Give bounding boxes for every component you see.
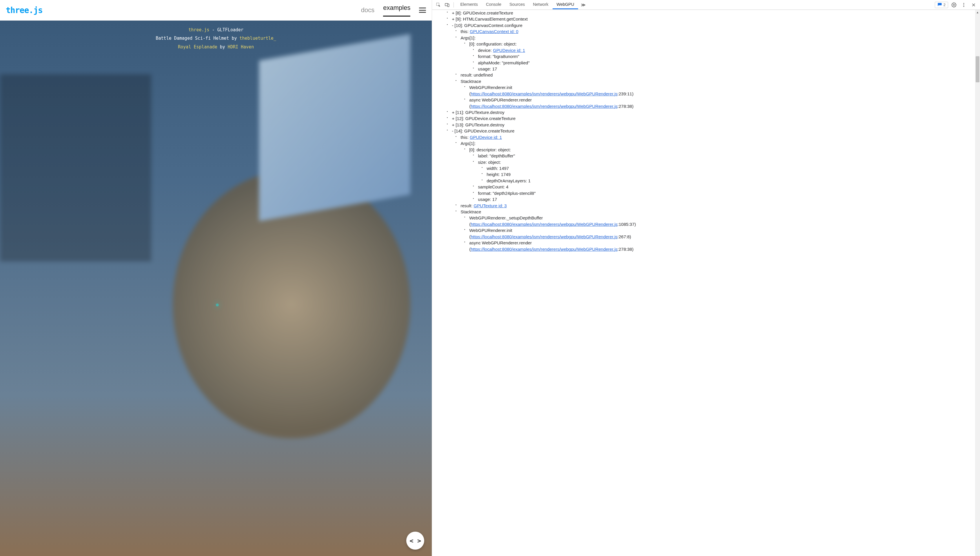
source-link[interactable]: https://localhost:8080/examples/jsm/rend… bbox=[471, 104, 617, 109]
svg-point-4 bbox=[964, 3, 964, 4]
info-text: - GLTFLoader bbox=[210, 27, 243, 32]
scroll-up-icon[interactable]: ▲ bbox=[975, 10, 980, 15]
trace-result: result: undefined bbox=[461, 72, 973, 78]
kebab-menu-icon[interactable] bbox=[960, 1, 968, 9]
trace-kv: height: 1749 bbox=[487, 171, 973, 178]
hamburger-icon[interactable] bbox=[419, 8, 426, 13]
devtools-tabs: Elements Console Sources Network WebGPU bbox=[456, 0, 578, 9]
trace-kv: size: object: width: 1497 height: 1749 d… bbox=[478, 159, 973, 184]
tab-console[interactable]: Console bbox=[482, 0, 505, 9]
info-text: Battle Damaged Sci-fi Helmet by bbox=[156, 36, 240, 41]
threejs-page: three.js docs examples three.js - GLTFLo… bbox=[0, 0, 432, 556]
trace-kv: format: "depth24plus-stencil8" bbox=[478, 190, 973, 196]
tab-network[interactable]: Network bbox=[529, 0, 552, 9]
trace-kv: usage: 17 bbox=[478, 66, 973, 72]
trace-kv: format: "bgra8unorm" bbox=[478, 53, 973, 60]
device-toolbar-icon[interactable] bbox=[443, 1, 451, 9]
source-link[interactable]: https://localhost:8080/examples/jsm/rend… bbox=[471, 222, 617, 227]
trace-row[interactable]: - [14]: GPUDevice.createTexture this: GP… bbox=[452, 128, 973, 252]
more-tabs-icon[interactable]: ≫ bbox=[579, 1, 588, 9]
trace-kv: width: 1497 bbox=[487, 165, 973, 171]
stack-frame: async WebGPURenderer.render(https://loca… bbox=[469, 240, 973, 252]
gpu-object-link[interactable]: GPUTexture id: 3 bbox=[474, 203, 506, 208]
stack-frame: async WebGPURenderer.render(https://loca… bbox=[469, 97, 973, 109]
trace-row[interactable]: + [8]: GPUDevice.createTexture bbox=[452, 10, 973, 16]
trace-kv: alphaMode: "premultiplied" bbox=[478, 60, 973, 66]
trace-this: this: GPUDevice id: 1 bbox=[461, 134, 973, 140]
trace-arg: [0]: descriptor: object: label: "depthBu… bbox=[469, 147, 973, 203]
logo[interactable]: three.js bbox=[6, 5, 43, 15]
nav: docs examples bbox=[361, 4, 426, 16]
trace-result: result: GPUTexture id: 3 bbox=[461, 203, 973, 209]
svg-point-5 bbox=[964, 4, 964, 5]
stack-frame: WebGPURenderer.init(https://localhost:80… bbox=[469, 84, 973, 97]
tab-webgpu[interactable]: WebGPU bbox=[553, 0, 579, 9]
source-link[interactable]: https://localhost:8080/examples/jsm/rend… bbox=[471, 234, 617, 239]
info-text: by bbox=[217, 44, 228, 50]
info-overlay: three.js - GLTFLoader Battle Damaged Sci… bbox=[156, 26, 276, 51]
trace-kv: sampleCount: 4 bbox=[478, 184, 973, 190]
trace-row[interactable]: + [13]: GPUTexture.destroy bbox=[452, 122, 973, 128]
trace-args: Args[1]: [0]: configuration: object: dev… bbox=[461, 35, 973, 72]
issues-count: 2 bbox=[943, 3, 946, 7]
page-header: three.js docs examples bbox=[0, 0, 432, 21]
gpu-object-link[interactable]: GPUDevice id: 1 bbox=[470, 135, 502, 140]
trace-kv: usage: 17 bbox=[478, 196, 973, 202]
info-link-hdri[interactable]: Royal Esplanade bbox=[178, 44, 217, 50]
trace-arg: [0]: configuration: object: device: GPUD… bbox=[469, 41, 973, 72]
svg-point-6 bbox=[964, 6, 964, 6]
gpu-object-link[interactable]: GPUDevice id: 1 bbox=[493, 48, 525, 53]
devtools: Elements Console Sources Network WebGPU … bbox=[432, 0, 980, 556]
trace-row[interactable]: + [11]: GPUTexture.destroy bbox=[452, 109, 973, 115]
hdri-backdrop bbox=[0, 21, 432, 556]
inspect-element-icon[interactable] bbox=[434, 1, 442, 9]
devtools-tabbar: Elements Console Sources Network WebGPU … bbox=[432, 0, 980, 10]
trace-row[interactable]: + [9]: HTMLCanvasElement.getContext bbox=[452, 16, 973, 22]
trace-stacktrace: Stacktrace WebGPURenderer.init(https://l… bbox=[461, 78, 973, 109]
settings-icon[interactable] bbox=[950, 1, 958, 9]
trace-this: this: GPUCanvasContext id: 0 bbox=[461, 28, 973, 34]
viewport-3d[interactable]: three.js - GLTFLoader Battle Damaged Sci… bbox=[0, 21, 432, 556]
tab-sources[interactable]: Sources bbox=[505, 0, 529, 9]
nav-examples[interactable]: examples bbox=[383, 4, 410, 16]
trace-kv: device: GPUDevice id: 1 bbox=[478, 47, 973, 53]
trace-row[interactable]: + [12]: GPUDevice.createTexture bbox=[452, 115, 973, 121]
webgpu-trace-panel[interactable]: + [8]: GPUDevice.createTexture + [9]: HT… bbox=[432, 10, 975, 556]
info-link-threejs[interactable]: three.js bbox=[189, 27, 209, 32]
close-icon[interactable] bbox=[970, 1, 978, 9]
nav-docs[interactable]: docs bbox=[361, 6, 374, 14]
trace-row[interactable]: - [10]: GPUCanvasContext.configure this:… bbox=[452, 22, 973, 109]
view-source-button[interactable]: < > bbox=[406, 532, 424, 550]
trace-kv: label: "depthBuffer" bbox=[478, 153, 973, 159]
stack-frame: WebGPURenderer.init(https://localhost:80… bbox=[469, 227, 973, 240]
info-link-hdrihaven[interactable]: HDRI Haven bbox=[228, 44, 254, 50]
source-link[interactable]: https://localhost:8080/examples/jsm/rend… bbox=[471, 91, 617, 96]
svg-point-3 bbox=[953, 4, 955, 5]
svg-rect-2 bbox=[448, 4, 449, 6]
scroll-thumb[interactable] bbox=[976, 56, 979, 82]
info-link-author[interactable]: theblueturtle_ bbox=[240, 36, 276, 41]
trace-stacktrace: Stacktrace WebGPURenderer._setupDepthBuf… bbox=[461, 209, 973, 252]
trace-kv: depthOrArrayLayers: 1 bbox=[487, 178, 973, 184]
trace-args: Args[1]: [0]: descriptor: object: label:… bbox=[461, 140, 973, 202]
tab-elements[interactable]: Elements bbox=[456, 0, 482, 9]
source-link[interactable]: https://localhost:8080/examples/jsm/rend… bbox=[471, 247, 617, 252]
issues-button[interactable]: 2 bbox=[935, 2, 948, 8]
stack-frame: WebGPURenderer._setupDepthBuffer(https:/… bbox=[469, 215, 973, 227]
scrollbar[interactable]: ▲ bbox=[975, 10, 980, 556]
gpu-object-link[interactable]: GPUCanvasContext id: 0 bbox=[470, 29, 518, 34]
divider bbox=[453, 2, 454, 8]
